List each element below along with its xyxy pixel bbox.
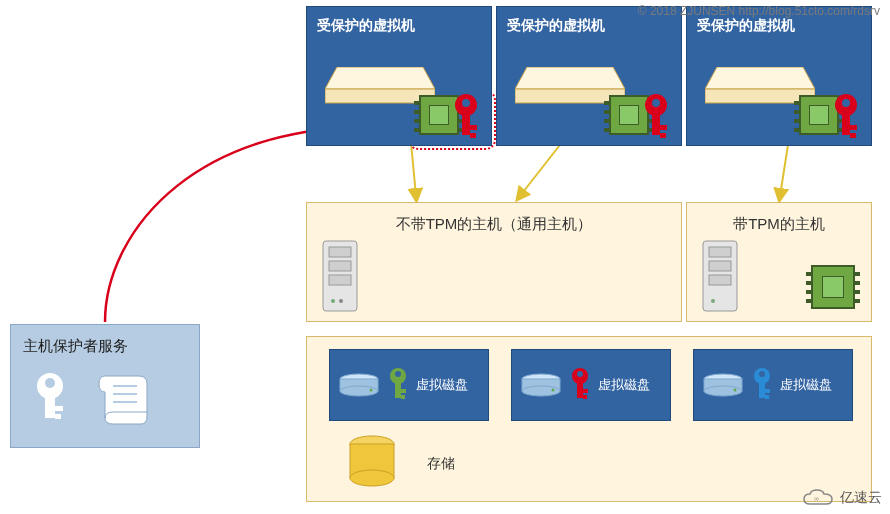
svg-marker-5 [325, 67, 435, 89]
guardian-title: 主机保护者服务 [23, 337, 187, 356]
svg-rect-61 [759, 382, 765, 398]
svg-point-60 [759, 371, 765, 377]
footer-brand: ∞ 亿速云 [802, 488, 882, 508]
svg-point-30 [331, 299, 335, 303]
svg-rect-52 [577, 382, 583, 398]
host-title: 不带TPM的主机（通用主机） [307, 215, 681, 234]
guardian-icons [23, 370, 187, 426]
svg-rect-11 [470, 133, 476, 138]
svg-text:∞: ∞ [814, 495, 819, 502]
svg-point-15 [652, 99, 660, 107]
key-icon [829, 93, 863, 141]
chip-key-group [609, 89, 673, 139]
svg-rect-71 [55, 414, 61, 419]
svg-rect-25 [850, 133, 856, 138]
virtual-disk-1: 虚拟磁盘 [329, 349, 489, 421]
cloud-logo-icon: ∞ [802, 488, 834, 508]
guardian-service-box: 主机保护者服务 [10, 324, 200, 448]
host-without-tpm: 不带TPM的主机（通用主机） [306, 202, 682, 322]
vm-row: 受保护的虚拟机 受保护的虚拟机 [306, 6, 872, 146]
server-icon [321, 239, 359, 313]
svg-rect-69 [45, 396, 55, 418]
svg-rect-18 [660, 133, 666, 138]
key-icon [386, 367, 410, 403]
virtual-disk-2: 虚拟磁盘 [511, 349, 671, 421]
svg-rect-63 [765, 395, 769, 399]
svg-rect-33 [709, 247, 731, 257]
host-with-tpm: 带TPM的主机 [686, 202, 872, 322]
key-icon [750, 367, 774, 403]
disk-label: 虚拟磁盘 [416, 376, 468, 394]
svg-rect-35 [709, 275, 731, 285]
svg-rect-43 [395, 382, 401, 398]
svg-rect-23 [842, 113, 850, 135]
storage-cylinder-icon [347, 435, 397, 487]
vm-title: 受保护的虚拟机 [317, 17, 481, 35]
footer-brand-text: 亿速云 [840, 489, 882, 507]
vm-box-2: 受保护的虚拟机 [496, 6, 682, 146]
disk-label: 虚拟磁盘 [780, 376, 832, 394]
key-icon [639, 93, 673, 141]
key-icon [31, 372, 69, 424]
svg-point-48 [522, 386, 560, 396]
svg-point-49 [552, 389, 555, 392]
server-icon [701, 239, 739, 313]
svg-point-66 [350, 470, 394, 486]
svg-rect-16 [652, 113, 660, 135]
svg-rect-27 [329, 247, 351, 257]
svg-rect-53 [583, 389, 588, 393]
svg-rect-54 [583, 395, 587, 399]
svg-point-51 [577, 371, 583, 377]
svg-rect-34 [709, 261, 731, 271]
svg-point-57 [704, 386, 742, 396]
hdd-icon [702, 373, 744, 397]
svg-rect-45 [401, 395, 405, 399]
svg-rect-29 [329, 275, 351, 285]
svg-point-68 [45, 378, 55, 388]
vm-title: 受保护的虚拟机 [507, 17, 671, 35]
host-row: 不带TPM的主机（通用主机） 带TPM的主机 [306, 202, 872, 322]
svg-marker-19 [705, 67, 815, 89]
certificate-scroll-icon [95, 370, 151, 426]
tpm-chip-icon [811, 265, 855, 309]
svg-rect-62 [765, 389, 770, 393]
svg-point-40 [370, 389, 373, 392]
svg-point-58 [734, 389, 737, 392]
disk-label: 虚拟磁盘 [598, 376, 650, 394]
storage-box: 虚拟磁盘 虚拟磁盘 虚拟磁盘 存储 [306, 336, 872, 502]
hdd-icon [338, 373, 380, 397]
vm-title: 受保护的虚拟机 [697, 17, 861, 35]
svg-point-42 [395, 371, 401, 377]
svg-point-39 [340, 386, 378, 396]
storage-label: 存储 [427, 455, 455, 473]
watermark-text: © 2018 ZJUNSEN http://blog.51cto.com/rds… [638, 4, 880, 18]
svg-rect-28 [329, 261, 351, 271]
host-title: 带TPM的主机 [687, 215, 871, 234]
chip-key-group [799, 89, 863, 139]
disk-row: 虚拟磁盘 虚拟磁盘 虚拟磁盘 [329, 349, 853, 421]
chip-key-group [419, 89, 483, 139]
vm-box-3: 受保护的虚拟机 [686, 6, 872, 146]
vm-box-1: 受保护的虚拟机 [306, 6, 492, 146]
svg-point-36 [711, 299, 715, 303]
svg-marker-12 [515, 67, 625, 89]
key-icon [568, 367, 592, 403]
svg-rect-44 [401, 389, 406, 393]
hdd-icon [520, 373, 562, 397]
svg-point-22 [842, 99, 850, 107]
svg-rect-17 [660, 125, 667, 130]
key-icon [449, 93, 483, 141]
svg-rect-10 [470, 125, 477, 130]
svg-rect-70 [55, 406, 63, 411]
svg-rect-9 [462, 113, 470, 135]
svg-rect-24 [850, 125, 857, 130]
svg-point-31 [339, 299, 343, 303]
svg-point-8 [462, 99, 470, 107]
virtual-disk-3: 虚拟磁盘 [693, 349, 853, 421]
